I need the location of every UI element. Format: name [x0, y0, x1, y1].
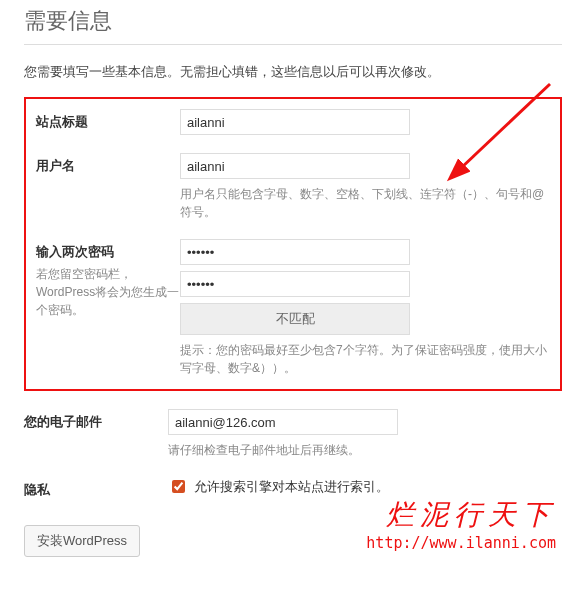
label-username: 用户名 [36, 157, 180, 175]
row-site-title: 站点标题 [36, 109, 550, 135]
row-privacy: 隐私 允许搜索引擎对本站点进行索引。 [24, 477, 562, 499]
label-site-title: 站点标题 [36, 113, 180, 131]
password-desc: 若您留空密码栏，WordPress将会为您生成一个密码。 [36, 265, 180, 319]
page-title: 需要信息 [24, 6, 562, 36]
divider [24, 44, 562, 45]
password-input-1[interactable] [180, 239, 410, 265]
password-hint: 提示：您的密码最好至少包含7个字符。为了保证密码强度，使用大小写字母、数字&））… [180, 341, 550, 377]
site-title-input[interactable] [180, 109, 410, 135]
privacy-checkbox-label[interactable]: 允许搜索引擎对本站点进行索引。 [168, 477, 562, 496]
install-wordpress-button[interactable]: 安装WordPress [24, 525, 140, 557]
row-password: 输入两次密码 若您留空密码栏，WordPress将会为您生成一个密码。 不匹配 … [36, 239, 550, 377]
label-password: 输入两次密码 [36, 243, 180, 261]
intro-text: 您需要填写一些基本信息。无需担心填错，这些信息以后可以再次修改。 [24, 63, 562, 81]
password-mismatch-indicator: 不匹配 [180, 303, 410, 335]
label-privacy: 隐私 [24, 481, 168, 499]
username-input[interactable] [180, 153, 410, 179]
row-email: 您的电子邮件 请仔细检查电子邮件地址后再继续。 [24, 409, 562, 459]
privacy-checkbox-text: 允许搜索引擎对本站点进行索引。 [194, 478, 389, 496]
row-username: 用户名 用户名只能包含字母、数字、空格、下划线、连字符（-）、句号和@符号。 [36, 153, 550, 221]
label-email: 您的电子邮件 [24, 413, 168, 431]
privacy-checkbox[interactable] [172, 480, 185, 493]
email-hint: 请仔细检查电子邮件地址后再继续。 [168, 441, 562, 459]
highlight-box: 站点标题 用户名 用户名只能包含字母、数字、空格、下划线、连字符（-）、句号和@… [24, 97, 562, 391]
password-input-2[interactable] [180, 271, 410, 297]
email-input[interactable] [168, 409, 398, 435]
username-hint: 用户名只能包含字母、数字、空格、下划线、连字符（-）、句号和@符号。 [180, 185, 550, 221]
